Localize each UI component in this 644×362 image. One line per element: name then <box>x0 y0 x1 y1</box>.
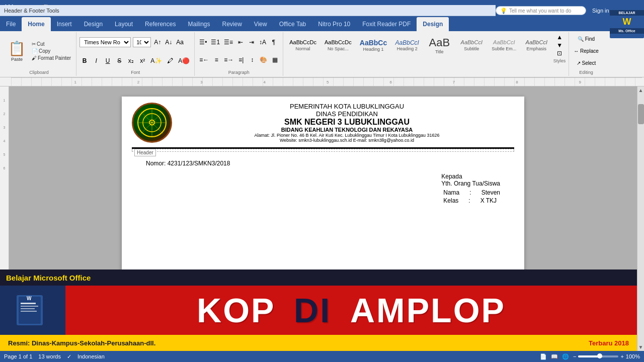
tab-layout[interactable]: Layout <box>109 17 139 31</box>
tab-view[interactable]: View <box>248 17 273 31</box>
style-emphasis[interactable]: AaBbCcI Emphasis <box>521 38 551 52</box>
numbering-button[interactable]: ☰1 <box>209 38 221 46</box>
increase-indent-button[interactable]: ⇥ <box>247 38 257 46</box>
style-normal-label: Normal <box>296 46 310 51</box>
clear-format-button[interactable]: Aa <box>175 39 185 46</box>
font-size-select[interactable]: 10 <box>133 37 151 47</box>
zoom-slider-track[interactable] <box>578 355 618 357</box>
italic-button[interactable]: I <box>91 57 101 65</box>
ruler-mark-4: 4 <box>4 139 6 143</box>
style-subtle-em[interactable]: AaBbCcI Subtle Em... <box>489 38 519 52</box>
svg-rect-22 <box>21 311 37 312</box>
hf-tools-label: Header & Footer Tools <box>4 8 59 14</box>
find-button[interactable]: 🔍 Find <box>572 36 600 42</box>
justify-button[interactable]: ≡| <box>236 56 246 64</box>
language-indicator: Indonesian <box>77 353 105 359</box>
tell-me-input[interactable]: 💡 Tell me what you want to do <box>496 6 586 15</box>
view-mode-web[interactable]: 🌐 <box>562 353 569 360</box>
tab-design2[interactable]: Design <box>417 17 449 31</box>
ruler: 1 2 3 4 5 6 7 8 9 <box>0 77 644 86</box>
paste-button[interactable]: 📋 Paste <box>5 39 29 63</box>
scrollbar-up-button[interactable]: ▲ <box>638 86 643 94</box>
tab-foxit[interactable]: Foxit Reader PDF <box>356 17 417 31</box>
style-em-label: Emphasis <box>527 46 547 51</box>
lh-line1: PEMERINTAH KOTA LUBUKLINGGAU <box>180 103 514 110</box>
style-no-space-label: No Spac... <box>328 46 349 51</box>
highlight-button[interactable]: 🖍 <box>165 57 175 65</box>
vertical-scrollbar[interactable]: ▲ ▼ <box>637 86 644 351</box>
ruler-mark-1: 1 <box>4 99 6 102</box>
style-title-label: Title <box>435 49 444 54</box>
tab-file[interactable]: File <box>0 17 22 31</box>
tab-home[interactable]: Home <box>22 17 50 31</box>
zoom-in-button[interactable]: + <box>620 353 623 359</box>
kelas-label: Kelas <box>443 197 458 204</box>
styles-expand[interactable]: ⊡ <box>554 49 565 57</box>
tab-insert[interactable]: Insert <box>51 17 78 31</box>
style-normal[interactable]: AaBbCcDc Normal <box>286 38 319 52</box>
banner-word-svg: W <box>13 293 53 328</box>
clipboard-mini-buttons: ✂ Cut 📄 Copy 🖌 Format Painter <box>30 41 73 61</box>
svg-text:3: 3 <box>200 80 203 84</box>
decrease-indent-button[interactable]: ⇤ <box>235 38 246 46</box>
text-effects-button[interactable]: A✨ <box>149 57 164 65</box>
nama-label: Nama <box>443 189 459 196</box>
align-left-button[interactable]: ≡← <box>198 56 210 64</box>
style-heading2[interactable]: AaBbCcI Heading 2 <box>392 38 422 52</box>
tab-mailings[interactable]: Mailings <box>182 17 216 31</box>
style-subtitle[interactable]: AaBbCcI Subtitle <box>456 38 487 52</box>
banner-amplop-label: AMPLOP <box>350 291 506 329</box>
font-group-label: Font <box>131 70 140 75</box>
font-face-select[interactable]: Times New Ro <box>79 37 131 47</box>
tab-review[interactable]: Review <box>216 17 248 31</box>
style-title[interactable]: AaB Title <box>424 35 454 55</box>
styles-scroll-up[interactable]: ▲ <box>554 33 565 41</box>
paragraph-group-label: Paragraph <box>228 70 250 75</box>
font-size-increase-button[interactable]: A↑ <box>153 39 162 46</box>
bold-button[interactable]: B <box>79 57 90 65</box>
lh-line4: BIDANG KEAHLIAN TEKNOLOGI DAN REKAYASA <box>180 127 514 133</box>
select-button[interactable]: ↗ Select <box>572 60 600 66</box>
style-heading1[interactable]: AaBbCc Heading 1 <box>357 38 390 53</box>
subscript-button[interactable]: x₂ <box>126 57 136 65</box>
tab-design[interactable]: Design <box>78 17 109 31</box>
zoom-level: 100% <box>626 353 640 359</box>
cut-button[interactable]: ✂ Cut <box>30 41 73 47</box>
format-painter-button[interactable]: 🖌 Format Painter <box>30 55 73 61</box>
underline-button[interactable]: U <box>103 57 113 65</box>
font-color-button[interactable]: A🔴 <box>177 57 191 65</box>
align-center-button[interactable]: ≡ <box>211 56 221 64</box>
ribbon: 📋 Paste ✂ Cut 📄 Copy 🖌 Format Painter Cl… <box>0 31 644 77</box>
align-right-button[interactable]: ≡→ <box>222 56 235 64</box>
superscript-button[interactable]: x² <box>137 57 147 65</box>
bmo-logo: BELAJAR W Ms. Office <box>610 5 644 38</box>
strikethrough-button[interactable]: S <box>114 57 124 65</box>
replace-button[interactable]: ↔ Replace <box>572 48 600 54</box>
view-mode-print[interactable]: 📄 <box>540 353 547 360</box>
lh-line3: SMK NEGERI 3 LUBUKLINGGAU <box>180 118 514 127</box>
shading-button[interactable]: 🎨 <box>258 56 269 64</box>
font-size-decrease-button[interactable]: A↓ <box>164 39 173 46</box>
view-mode-read[interactable]: 📖 <box>551 353 558 360</box>
show-hide-button[interactable]: ¶ <box>269 38 279 46</box>
sort-button[interactable]: ↕A <box>258 38 268 46</box>
banner-logo-section: W <box>0 286 65 335</box>
scrollbar-thumb[interactable] <box>638 104 644 124</box>
copy-button[interactable]: 📄 Copy <box>30 48 73 54</box>
style-no-space[interactable]: AaBbCcDc No Spac... <box>321 38 355 52</box>
clipboard-content: 📋 Paste ✂ Cut 📄 Copy 🖌 Format Painter <box>5 33 73 69</box>
styles-scroll-down[interactable]: ▼ <box>554 41 565 49</box>
tab-references[interactable]: References <box>139 17 182 31</box>
page-indicator: Page 1 of 1 <box>4 353 32 359</box>
style-h2-label: Heading 2 <box>397 46 418 51</box>
bullets-button[interactable]: ☰• <box>198 38 208 46</box>
line-spacing-button[interactable]: ↕ <box>247 56 257 64</box>
borders-button[interactable]: ▦ <box>270 56 280 64</box>
multilevel-button[interactable]: ☰≡ <box>222 38 234 46</box>
banner-kop-label: KOP <box>197 291 275 329</box>
nomor-line: Nomor: 4231/123/SMKN3/2018 <box>146 160 500 167</box>
tab-officetab[interactable]: Office Tab <box>273 17 312 31</box>
tab-nitro[interactable]: Nitro Pro 10 <box>312 17 356 31</box>
scrollbar-down-button[interactable]: ▼ <box>638 343 643 351</box>
zoom-out-button[interactable]: − <box>573 353 576 359</box>
